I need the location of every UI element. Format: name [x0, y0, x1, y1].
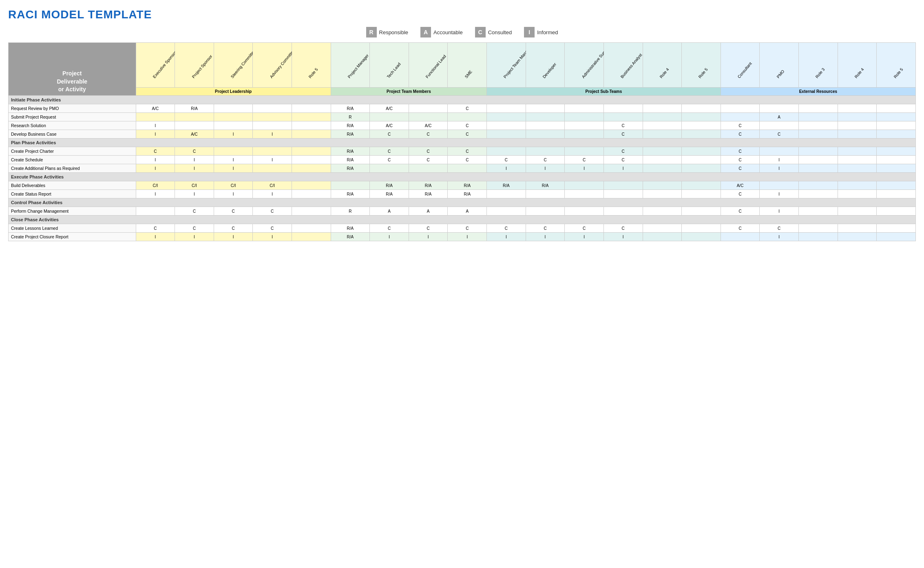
data-cell: A/C — [175, 130, 214, 139]
data-cell — [838, 156, 877, 164]
data-cell: R/A — [331, 224, 370, 233]
data-cell — [487, 121, 526, 130]
data-cell: C — [214, 207, 253, 216]
data-cell: R/A — [448, 181, 487, 190]
data-cell: C — [175, 147, 214, 156]
data-cell: C — [565, 224, 604, 233]
data-cell — [526, 190, 565, 198]
data-cell — [526, 104, 565, 113]
data-cell — [253, 147, 292, 156]
data-cell: I — [214, 130, 253, 139]
data-cell: C — [526, 156, 565, 164]
data-cell: R/A — [487, 181, 526, 190]
data-cell: C — [214, 224, 253, 233]
phase-row: Control Phase Activities — [9, 198, 916, 207]
activity-cell: Create Project Charter — [9, 147, 136, 156]
data-cell: C — [448, 130, 487, 139]
col-header-project-sponsor: Project Sponsor — [175, 43, 214, 88]
data-cell — [565, 207, 604, 216]
data-cell — [682, 147, 721, 156]
data-cell — [682, 207, 721, 216]
data-cell: R/A — [448, 190, 487, 198]
table-row: Create Additional Plans as RequiredIIIR/… — [9, 164, 916, 173]
data-cell: I — [253, 156, 292, 164]
col-header-role5-blue: Role 5 — [877, 43, 916, 88]
activity-cell: Build Deliverables — [9, 181, 136, 190]
data-cell — [877, 164, 916, 173]
data-cell: C — [448, 121, 487, 130]
data-cell — [760, 147, 799, 156]
data-cell: R/A — [331, 121, 370, 130]
data-cell: R/A — [370, 190, 409, 198]
data-cell — [682, 224, 721, 233]
data-cell — [214, 104, 253, 113]
data-cell: C — [603, 147, 643, 156]
data-cell: A — [370, 207, 409, 216]
data-cell: A — [760, 113, 799, 121]
col-header-consultant: Consultant — [721, 43, 760, 88]
data-cell — [603, 207, 643, 216]
data-cell — [798, 164, 838, 173]
data-cell: C — [370, 224, 409, 233]
data-cell: A — [409, 207, 448, 216]
data-cell: C — [565, 156, 604, 164]
data-cell: C — [721, 130, 760, 139]
data-cell: C — [603, 130, 643, 139]
col-header-business-analyst: Business Analyst — [603, 43, 643, 88]
data-cell: C — [370, 147, 409, 156]
data-cell — [838, 190, 877, 198]
data-cell — [292, 147, 331, 156]
data-cell: I — [760, 233, 799, 241]
data-cell — [877, 207, 916, 216]
data-cell: C/I — [253, 181, 292, 190]
data-cell — [136, 207, 175, 216]
data-cell — [409, 164, 448, 173]
data-cell — [798, 233, 838, 241]
data-cell — [798, 207, 838, 216]
phase-row: Close Phase Activities — [9, 216, 916, 224]
data-cell: R/A — [331, 233, 370, 241]
data-cell: I — [565, 164, 604, 173]
data-cell — [292, 224, 331, 233]
data-cell — [798, 147, 838, 156]
data-cell — [838, 104, 877, 113]
col-header-role5-yellow: Role 5 — [292, 43, 331, 88]
data-cell: I — [253, 190, 292, 198]
data-cell — [838, 147, 877, 156]
data-cell: C/I — [214, 181, 253, 190]
data-cell: R — [331, 113, 370, 121]
data-cell: I — [487, 164, 526, 173]
data-cell — [877, 130, 916, 139]
data-cell — [877, 190, 916, 198]
data-cell: C — [721, 190, 760, 198]
data-cell: I — [760, 164, 799, 173]
activity-cell: Create Schedule — [9, 156, 136, 164]
table-row: Build DeliverablesC/IC/IC/IC/IR/AR/AR/AR… — [9, 181, 916, 190]
col-header-role4-blue: Role 4 — [838, 43, 877, 88]
data-cell: A/C — [370, 121, 409, 130]
data-cell — [292, 233, 331, 241]
data-cell: C — [409, 156, 448, 164]
data-cell: I — [253, 130, 292, 139]
table-row: Create Project Closure ReportIIIIR/AIIII… — [9, 233, 916, 241]
data-cell: I — [136, 121, 175, 130]
data-cell — [682, 121, 721, 130]
data-cell — [682, 156, 721, 164]
phase-row: Initiate Phase Activities — [9, 96, 916, 104]
data-cell: I — [214, 156, 253, 164]
data-cell: I — [487, 233, 526, 241]
data-cell — [487, 147, 526, 156]
data-cell — [603, 104, 643, 113]
data-cell — [643, 121, 682, 130]
data-cell: I — [136, 233, 175, 241]
data-cell: C — [487, 224, 526, 233]
data-cell — [292, 181, 331, 190]
data-cell: R/A — [331, 130, 370, 139]
col-header-steering-committee: Steering Committee — [214, 43, 253, 88]
data-cell — [565, 113, 604, 121]
data-cell: C — [253, 224, 292, 233]
data-cell: I — [526, 233, 565, 241]
data-cell — [370, 113, 409, 121]
data-cell — [798, 156, 838, 164]
group-project-sub-teams: Project Sub-Teams — [487, 88, 721, 96]
